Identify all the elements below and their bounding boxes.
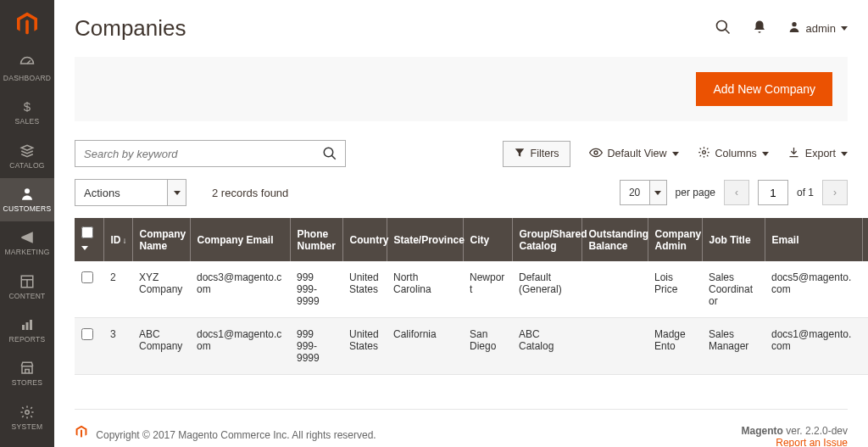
- user-icon: [787, 20, 801, 36]
- reports-icon: [19, 317, 35, 332]
- col-city[interactable]: City: [463, 218, 512, 261]
- export-button[interactable]: Export: [787, 146, 848, 161]
- svg-point-17: [594, 151, 598, 154]
- sidebar-item-reports[interactable]: REPORTS: [0, 309, 54, 352]
- sidebar-item-partners[interactable]: FIND PARTNERS & EXTENSIONS: [0, 439, 54, 447]
- col-action[interactable]: Action: [862, 218, 868, 261]
- cell-country: United States: [342, 318, 387, 375]
- magento-logo[interactable]: [0, 0, 54, 47]
- sidebar-item-stores[interactable]: STORES: [0, 352, 54, 395]
- cell-admin: Lois Price: [648, 261, 702, 318]
- sidebar-item-system[interactable]: SYSTEM: [0, 396, 54, 439]
- svg-line-13: [725, 30, 729, 34]
- sidebar-item-dashboard[interactable]: DASHBOARD: [0, 47, 54, 91]
- sidebar-item-marketing[interactable]: MARKETING: [0, 221, 54, 265]
- row-checkbox[interactable]: [81, 271, 93, 283]
- notifications-icon[interactable]: [752, 20, 767, 37]
- user-name: admin: [806, 22, 836, 35]
- sort-down-icon: ↓: [123, 236, 127, 245]
- content-icon: [19, 274, 35, 289]
- admin-sidebar: DASHBOARD $ SALES CATALOG CUSTOMERS MARK…: [0, 0, 54, 447]
- add-new-company-button[interactable]: Add New Company: [696, 72, 832, 106]
- cell-job: Sales Coordinator: [702, 261, 765, 318]
- sidebar-item-sales[interactable]: $ SALES: [0, 91, 54, 134]
- col-checkbox[interactable]: [75, 218, 103, 261]
- col-phone[interactable]: Phone Number: [290, 218, 342, 261]
- copyright: Copyright © 2017 Magento Commerce Inc. A…: [96, 429, 376, 441]
- pagination: 20 per page ‹ of 1 ›: [620, 180, 848, 205]
- filter-icon: [514, 147, 526, 161]
- dashboard-icon: [19, 56, 36, 71]
- sidebar-item-customers[interactable]: CUSTOMERS: [0, 178, 54, 221]
- search-field[interactable]: [75, 140, 346, 167]
- svg-point-2: [25, 188, 30, 193]
- chevron-down-icon: [672, 152, 679, 156]
- row-checkbox[interactable]: [81, 328, 93, 340]
- svg-line-16: [331, 155, 336, 159]
- export-icon: [787, 146, 800, 161]
- prev-page-button[interactable]: ‹: [724, 180, 749, 205]
- primary-action-bar: Add New Company: [75, 57, 848, 121]
- actions-select[interactable]: Actions: [75, 179, 186, 206]
- cell-company-name: ABC Company: [132, 318, 190, 375]
- col-email[interactable]: Email: [765, 218, 862, 261]
- report-issue-link[interactable]: Report an Issue: [742, 437, 848, 447]
- main-content: Companies admin Add New Company: [54, 0, 868, 447]
- per-page-select[interactable]: 20: [620, 180, 667, 205]
- customers-icon: [19, 187, 35, 202]
- svg-point-18: [702, 151, 705, 154]
- chevron-down-icon: [167, 180, 186, 205]
- sidebar-item-catalog[interactable]: CATALOG: [0, 135, 54, 178]
- grid-toolbar-secondary: Actions 2 records found 20 per page ‹ of…: [75, 179, 848, 206]
- chevron-down-icon: [841, 26, 848, 31]
- sidebar-item-content[interactable]: CONTENT: [0, 265, 54, 309]
- filters-button[interactable]: Filters: [503, 141, 570, 167]
- svg-point-12: [716, 21, 726, 31]
- col-company-name[interactable]: Company Name: [132, 218, 190, 261]
- col-country[interactable]: Country: [342, 218, 387, 261]
- next-page-button[interactable]: ›: [822, 180, 848, 205]
- cell-city: San Diego: [463, 318, 512, 375]
- cell-balance: [581, 261, 648, 318]
- sales-icon: $: [19, 99, 35, 115]
- cell-id: 2: [103, 261, 132, 318]
- col-company-email[interactable]: Company Email: [190, 218, 290, 261]
- col-job[interactable]: Job Title: [702, 218, 765, 261]
- grid-toolbar: Filters Default View Columns Export: [75, 140, 848, 167]
- search-input[interactable]: [75, 148, 314, 160]
- cell-city: Newport: [463, 261, 512, 318]
- user-menu[interactable]: admin: [787, 20, 848, 36]
- gear-icon: [698, 146, 710, 161]
- columns-button[interactable]: Columns: [698, 146, 769, 161]
- cell-group: Default (General): [512, 261, 581, 318]
- svg-rect-7: [26, 322, 29, 330]
- default-view-button[interactable]: Default View: [589, 146, 679, 162]
- eye-icon: [589, 146, 603, 162]
- cell-email: docs5@magento.com: [765, 261, 862, 318]
- cell-phone: 999 999-9999: [290, 318, 342, 375]
- table-row[interactable]: 2XYZ Companydocs3@magento.com999 999-999…: [75, 261, 868, 318]
- cell-company-name: XYZ Company: [132, 261, 190, 318]
- system-icon: [19, 405, 35, 420]
- companies-grid: ID↓ Company Name Company Email Phone Num…: [75, 218, 868, 375]
- chevron-down-icon: [762, 152, 769, 156]
- col-group[interactable]: Group/Shared Catalog: [512, 218, 581, 261]
- svg-point-9: [25, 411, 30, 415]
- table-row[interactable]: 3ABC Companydocs1@magento.com999 999-999…: [75, 318, 868, 375]
- select-all-checkbox[interactable]: [81, 226, 93, 238]
- page-header: Companies admin: [75, 0, 848, 57]
- magento-logo-small: [75, 425, 88, 439]
- page-input[interactable]: [758, 180, 788, 205]
- col-admin[interactable]: Company Admin: [648, 218, 702, 261]
- col-state[interactable]: State/Province: [387, 218, 463, 261]
- version: Magento Magento ver. 2.2.0-devver. 2.2.0…: [742, 425, 848, 437]
- cell-admin: Madge Ento: [648, 318, 702, 375]
- col-id[interactable]: ID↓: [103, 218, 132, 261]
- per-page-label: per page: [676, 187, 715, 198]
- svg-text:$: $: [24, 99, 31, 114]
- chevron-down-icon: [649, 181, 666, 204]
- search-button[interactable]: [314, 141, 345, 166]
- col-balance[interactable]: Outstanding Balance: [581, 218, 648, 261]
- cell-state: California: [387, 318, 463, 375]
- search-icon[interactable]: [715, 19, 732, 38]
